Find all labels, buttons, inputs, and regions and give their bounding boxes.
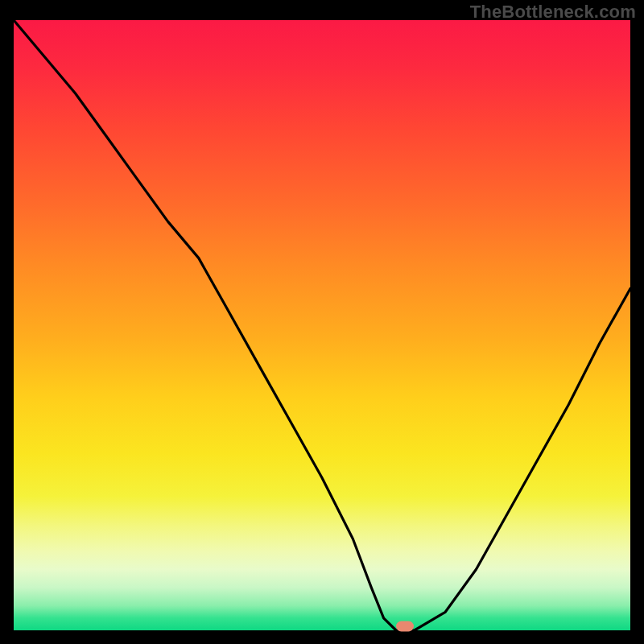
plot-area [14,20,630,630]
curve-path [14,20,630,630]
bottleneck-curve [14,20,630,630]
chart-frame: TheBottleneck.com [0,0,644,644]
optimal-point-marker [396,621,414,632]
